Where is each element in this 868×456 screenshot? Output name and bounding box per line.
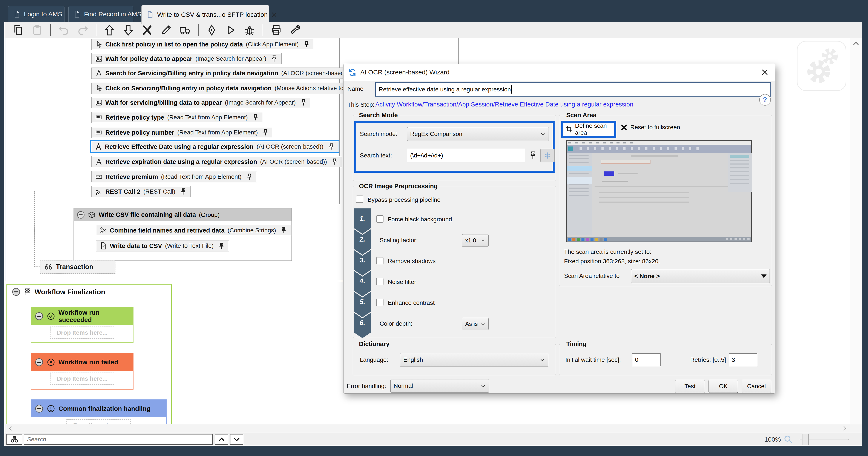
drop-zone[interactable]: Drop Items here... <box>66 419 131 424</box>
copy-icon[interactable] <box>12 24 24 36</box>
pin-icon[interactable] <box>328 143 335 150</box>
workflow-step[interactable]: Retrieve premium(Read Text from App Elem… <box>91 171 257 182</box>
collapse-icon[interactable] <box>35 312 43 320</box>
pin-icon[interactable] <box>252 114 259 121</box>
pin-icon[interactable] <box>270 55 278 63</box>
test-button[interactable]: Test <box>675 380 705 393</box>
tab-2[interactable]: Find Record in AMS <box>68 6 133 22</box>
pipeline-dropdown[interactable]: As is <box>462 318 489 330</box>
finalization-block[interactable]: Workflow run failed Drop Items here... <box>31 353 133 390</box>
workflow-step[interactable]: Wait for servicing/billing data to appea… <box>91 97 311 108</box>
workflow-step[interactable]: REST Call 2(REST Call) <box>91 186 191 197</box>
workflow-step[interactable]: Retrieve Effective Date using a regular … <box>90 140 339 153</box>
ok-button[interactable]: OK <box>709 380 738 393</box>
workflow-step[interactable]: Retrieve policy type(Read Text from App … <box>91 112 263 123</box>
dialog-titlebar[interactable]: AI OCR (screen-based) Wizard <box>343 64 775 81</box>
pin-filled-icon[interactable] <box>218 242 225 250</box>
drop-zone[interactable]: Drop Items here... <box>50 373 114 385</box>
pin-filled-icon[interactable] <box>179 188 187 196</box>
transaction-block[interactable]: Transaction <box>40 260 116 274</box>
search-input[interactable] <box>24 434 213 445</box>
workflow-step[interactable]: Retrieve expiration date using a regular… <box>91 156 342 167</box>
scan-area-relative-dropdown[interactable]: < None > <box>631 269 770 283</box>
pin-icon[interactable] <box>246 173 253 181</box>
close-icon[interactable] <box>761 68 769 76</box>
finalization-block[interactable]: Workflow run succeeded Drop Items here..… <box>31 307 133 343</box>
pin-icon[interactable] <box>261 129 269 136</box>
scroll-left-icon[interactable] <box>7 425 14 432</box>
step-type: (Image Search for Appear) <box>195 55 266 62</box>
tab-3[interactable]: Write to CSV & trans...o SFTP location <box>142 5 269 24</box>
pin-filled-icon[interactable] <box>280 227 288 234</box>
pipeline-checkbox[interactable] <box>376 299 383 306</box>
printer-icon[interactable] <box>271 24 282 36</box>
pin-icon[interactable] <box>300 99 307 107</box>
step-type: (Read Text from App Element) <box>167 114 248 121</box>
arrow-down-icon[interactable] <box>123 24 134 36</box>
arrow-up-icon[interactable] <box>103 24 115 36</box>
workflow-finalization-group[interactable]: Workflow Finalization Workflow run succe… <box>6 284 172 424</box>
pipeline-checkbox[interactable] <box>376 278 383 285</box>
scroll-up-icon[interactable] <box>852 40 860 47</box>
collapse-icon[interactable] <box>35 358 43 367</box>
pin-icon[interactable] <box>303 40 310 48</box>
field-icon <box>95 114 103 121</box>
collapse-icon[interactable] <box>77 211 85 219</box>
group-write-csv[interactable]: Write CSV file containing all data (Grou… <box>73 208 292 261</box>
this-step-link[interactable]: Activity Workflow/Transaction/App Sessio… <box>375 101 633 108</box>
tab-1[interactable]: Login to AMS <box>8 6 64 22</box>
delete-x-icon[interactable] <box>142 24 153 36</box>
error-handling-dropdown[interactable]: Normal <box>390 379 489 393</box>
vertical-scrollbar[interactable] <box>850 38 862 424</box>
workflow-step[interactable]: Wait for policy data to appear(Image Sea… <box>91 53 282 64</box>
transaction-label: Transaction <box>56 263 93 271</box>
name-input[interactable]: Retrieve effective date using a regular … <box>375 82 771 96</box>
pin-icon[interactable] <box>528 151 537 160</box>
reset-fullscreen-button[interactable]: Reset to fullscreen <box>620 124 680 131</box>
drop-zone[interactable]: Drop Items here... <box>50 326 114 339</box>
bypass-checkbox[interactable] <box>356 196 363 203</box>
retries-input[interactable] <box>729 353 757 366</box>
play-icon[interactable] <box>225 24 237 36</box>
pencil-icon[interactable] <box>160 24 172 36</box>
cancel-button[interactable]: Cancel <box>742 380 771 393</box>
step-type: (Read Text from App Element) <box>161 173 242 180</box>
close-icon[interactable] <box>271 11 277 18</box>
collapse-icon[interactable] <box>12 288 21 296</box>
workflow-step[interactable]: Search for Servicing/Billing entry in po… <box>91 67 363 79</box>
step-type: (AI OCR (screen-based)) <box>281 70 348 77</box>
step-label: Retrieve policy number <box>105 129 174 136</box>
language-dropdown[interactable]: English <box>400 353 548 367</box>
pin-icon[interactable] <box>331 158 339 166</box>
help-button[interactable]: ? <box>759 94 771 106</box>
search-text-input[interactable]: (\d+/\d+/\d+) <box>407 149 525 162</box>
block-label: Workflow run failed <box>59 359 118 366</box>
workflow-step[interactable]: Retrieve policy number(Read Text from Ap… <box>91 127 273 138</box>
search-mode-dropdown[interactable]: RegEx Comparison <box>407 127 549 141</box>
workflow-step[interactable]: Click on Servicing/Billing entry in poli… <box>91 83 359 94</box>
horizontal-scrollbar[interactable] <box>4 424 862 433</box>
drop-text: Drop Items here... <box>57 329 108 336</box>
finalization-block[interactable]: Common finalization handling Drop Items … <box>31 399 166 424</box>
zoom-slider-thumb[interactable] <box>802 434 809 445</box>
define-scan-area-button[interactable]: Define scan area <box>563 123 614 136</box>
workflow-step[interactable]: Combine field names and retrived data(Co… <box>96 225 291 236</box>
truck-icon[interactable] <box>179 24 191 36</box>
search-prev-button[interactable] <box>215 434 228 445</box>
find-button[interactable] <box>6 434 22 445</box>
variable-button[interactable] <box>540 149 555 162</box>
search-next-button[interactable] <box>230 434 243 445</box>
wrench-icon[interactable] <box>289 24 301 36</box>
workflow-step[interactable]: Click first policiy in list to open the … <box>91 39 314 50</box>
pipeline-checkbox[interactable] <box>376 215 383 223</box>
wait-time-input[interactable] <box>632 353 660 366</box>
bug-icon[interactable] <box>244 24 255 36</box>
scroll-right-icon[interactable] <box>841 425 848 432</box>
collapse-icon[interactable] <box>35 404 43 413</box>
finish-flag-icon <box>24 288 32 296</box>
dialog-title: AI OCR (screen-based) Wizard <box>360 68 450 76</box>
workflow-step[interactable]: Write data to CSV(Write to Text File) <box>96 240 229 252</box>
pipeline-dropdown[interactable]: x1.0 <box>462 234 489 247</box>
diamond-icon[interactable] <box>206 24 218 36</box>
pipeline-checkbox[interactable] <box>376 257 383 264</box>
